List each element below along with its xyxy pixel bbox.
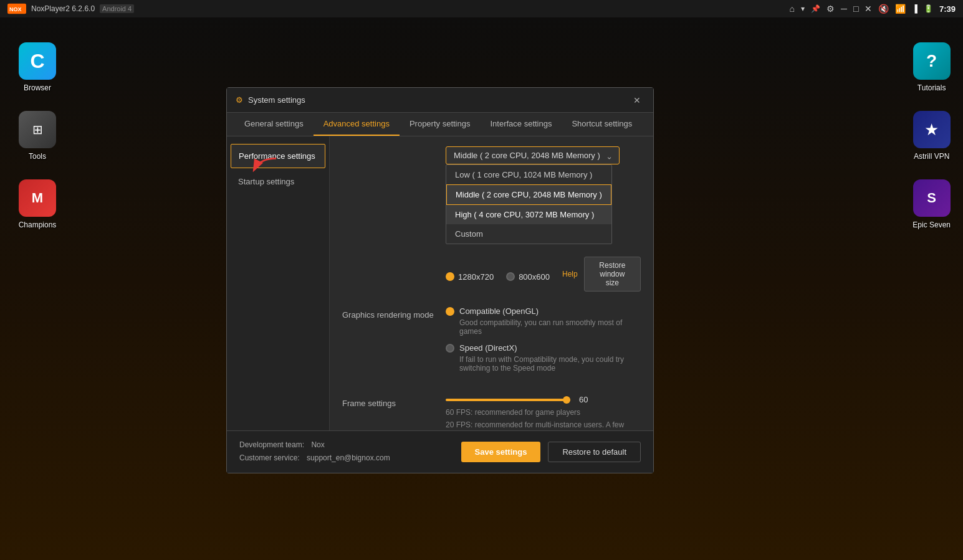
app-icon-epic[interactable]: S Epic Seven [913,179,951,229]
modal-close-button[interactable]: ✕ [630,93,644,108]
champions-label: Champions [19,221,57,229]
frame-slider-thumb[interactable] [563,396,570,404]
epic-label: Epic Seven [913,221,951,229]
resolution-label-800: 800x600 [519,272,550,282]
restore-window-button[interactable]: Restore window size [584,257,641,292]
frame-slider-fill [446,399,570,401]
footer-info: Development team: Nox Customer service: … [239,439,390,465]
modal-content-area: Middle ( 2 core CPU, 2048 MB Memory ) Lo… [330,136,653,430]
frame-desc2: 20 FPS: recommended for multi-instance u… [446,420,641,430]
pin-icon[interactable]: 📌 [811,4,820,13]
signal-icon: ▐ [912,4,917,13]
app-icon-tools[interactable]: ⊞ Tools [19,111,56,161]
champions-icon: M [19,179,56,217]
app-icon-champions[interactable]: M Champions [19,179,57,229]
support-row: Customer service: support_en@bignox.com [239,452,390,465]
modal-footer: Development team: Nox Customer service: … [227,430,653,473]
tab-advanced[interactable]: Advanced settings [314,113,400,136]
frame-label: Frame settings [342,395,436,408]
dropdown-option-low[interactable]: Low ( 1 core CPU, 1024 MB Memory ) [446,165,611,184]
resolution-radio-dot-800 [506,272,515,281]
tutorials-app-icon: ? [913,42,951,80]
app-icon-astrill[interactable]: ★ Astrill VPN [913,111,951,161]
save-settings-button[interactable]: Save settings [461,442,541,462]
graphics-label-speed: Speed (DirectX) [459,343,517,353]
nox-logo-icon: NOX [7,3,26,14]
topbar-right: ⌂ ▾ 📌 ⚙ ─ □ ✕ 🔇 📶 ▐ 🔋 7:39 [790,4,956,14]
graphics-radio-speed[interactable] [446,344,454,353]
wifi-icon: 📶 [895,4,906,14]
app-icon-tutorials[interactable]: ? Tutorials [913,42,951,92]
minimize-icon[interactable]: ─ [841,4,847,14]
maximize-icon[interactable]: □ [853,4,858,14]
browser-icon: C [19,42,56,80]
gear-settings-icon: ⚙ [236,95,243,105]
graphics-row: Graphics rendering mode Compatible (Open… [342,306,641,380]
modal-title-area: ⚙ System settings [236,95,305,105]
tools-icon: ⊞ [19,111,56,148]
frame-value: 60 [579,395,598,404]
dropdown-option-high[interactable]: High ( 4 core CPU, 3072 MB Memory ) [446,205,611,224]
tab-general[interactable]: General settings [234,113,314,136]
resolution-label-1280: 1280x720 [458,272,494,282]
cpu-memory-dropdown-container: Middle ( 2 core CPU, 2048 MB Memory ) Lo… [446,146,641,164]
resolution-help-row: 1280x720 800x600 Help Restore window siz… [446,257,641,292]
dev-label: Development team: [239,440,304,449]
dropdown-option-custom[interactable]: Custom [446,224,611,244]
frame-control: 60 60 FPS: recommended for game players … [446,395,641,430]
performance-control: Middle ( 2 core CPU, 2048 MB Memory ) Lo… [446,146,641,292]
battery-icon: 🔋 [924,4,933,13]
graphics-label-compatible: Compatible (OpenGL) [459,306,539,316]
graphics-desc-compatible: Good compatibility, you can run smoothly… [459,318,641,336]
footer-buttons: Save settings Restore to default [461,442,641,462]
modal-sidebar: Performance settings Startup settings [227,136,330,430]
tools-label: Tools [29,152,46,161]
performance-row: Middle ( 2 core CPU, 2048 MB Memory ) Lo… [342,146,641,292]
rendering-speed-header: Speed (DirectX) [446,343,641,353]
tab-property[interactable]: Property settings [400,113,481,136]
graphics-label: Graphics rendering mode [342,306,436,320]
help-link[interactable]: Help [562,270,578,278]
dropdown-icon[interactable]: ▾ [801,4,805,13]
dropdown-option-middle[interactable]: Middle ( 2 core CPU, 2048 MB Memory ) [446,184,611,205]
android-tag: Android 4 [100,4,134,13]
astrill-label: Astrill VPN [914,152,949,161]
gear-icon[interactable]: ⚙ [826,4,835,14]
tab-shortcut[interactable]: Shortcut settings [562,113,642,136]
support-label: Customer service: [239,453,300,462]
epic-app-icon: S [913,179,951,217]
frame-desc1: 60 FPS: recommended for game players [446,408,641,417]
browser-label: Browser [24,83,51,92]
desktop-area: C Browser ⊞ Tools M Champions ? [0,17,963,560]
rendering-speed: Speed (DirectX) If fail to run with Comp… [446,343,641,373]
close-window-icon[interactable]: ✕ [865,4,872,14]
left-icon-tray: C Browser ⊞ Tools M Champions [0,17,75,560]
modal-header: ⚙ System settings ✕ [227,88,653,113]
performance-label [342,146,436,150]
resolution-800x600[interactable]: 800x600 [506,272,550,282]
graphics-control: Compatible (OpenGL) Good compatibility, … [446,306,641,380]
mute-icon: 🔇 [878,4,889,14]
resolution-1280x720[interactable]: 1280x720 [446,272,494,282]
dev-team-row: Development team: Nox [239,439,390,452]
svg-text:NOX: NOX [9,6,22,12]
red-arrow-indicator [248,156,282,178]
clock: 7:39 [939,4,956,14]
right-icon-tray: ? Tutorials ★ Astrill VPN S Epic Seven [913,42,951,229]
home-icon[interactable]: ⌂ [790,4,795,14]
tab-interface[interactable]: Interface settings [480,113,562,136]
desktop: NOX NoxPlayer2 6.2.6.0 Android 4 ⌂ ▾ 📌 ⚙… [0,0,963,560]
graphics-radio-compatible[interactable] [446,307,454,316]
resolution-radio-dot-1280 [446,272,454,281]
astrill-app-icon: ★ [913,111,951,148]
dropdown-menu: Low ( 1 core CPU, 1024 MB Memory ) Middl… [446,164,612,244]
cpu-memory-dropdown[interactable]: Middle ( 2 core CPU, 2048 MB Memory ) [446,146,620,164]
restore-default-button[interactable]: Restore to default [548,442,641,462]
graphics-desc-speed: If fail to run with Compatibility mode, … [459,355,641,373]
topbar-left: NOX NoxPlayer2 6.2.6.0 Android 4 [7,3,134,14]
modal-title-text: System settings [248,95,305,105]
resolution-radio-group: 1280x720 800x600 [446,272,550,282]
app-icon-browser[interactable]: C Browser [19,42,56,92]
rendering-compatible-header: Compatible (OpenGL) [446,306,641,316]
rendering-compatible: Compatible (OpenGL) Good compatibility, … [446,306,641,336]
